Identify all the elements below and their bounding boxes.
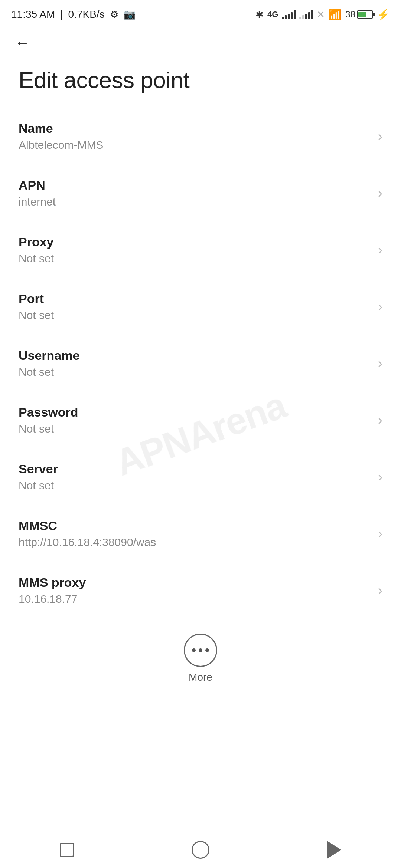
settings-item-proxy[interactable]: Proxy Not set › xyxy=(0,221,401,278)
status-right: ✱ 4G ✕ 📶 38 ⚡ xyxy=(255,9,390,21)
dot-2 xyxy=(199,648,202,652)
chevron-mms-proxy: › xyxy=(378,583,382,598)
chevron-name: › xyxy=(378,129,382,144)
settings-item-name[interactable]: Name Albtelecom-MMS › xyxy=(0,108,401,165)
settings-value-name: Albtelecom-MMS xyxy=(19,139,371,151)
settings-label-mms-proxy: MMS proxy xyxy=(19,575,371,590)
settings-label-apn: APN xyxy=(19,178,371,193)
battery-icon xyxy=(357,10,373,19)
settings-label-mmsc: MMSC xyxy=(19,519,371,533)
settings-label-server: Server xyxy=(19,462,371,476)
status-left: 11:35 AM | 0.7KB/s ⚙ 📷 xyxy=(11,9,136,20)
signal-bars-1 xyxy=(282,10,296,19)
settings-value-port: Not set xyxy=(19,309,371,322)
chevron-port: › xyxy=(378,299,382,315)
dot-3 xyxy=(205,648,209,652)
chevron-mmsc: › xyxy=(378,526,382,542)
settings-label-name: Name xyxy=(19,121,371,136)
speed-text: 0.7KB/s xyxy=(68,9,105,20)
battery-container: 38 xyxy=(345,9,373,20)
more-label: More xyxy=(189,671,212,683)
settings-item-mmsc-content: MMSC http://10.16.18.4:38090/was xyxy=(19,519,371,549)
settings-item-password-content: Password Not set xyxy=(19,405,371,435)
settings-label-port: Port xyxy=(19,292,371,306)
back-arrow-icon: ← xyxy=(15,35,30,50)
settings-value-password: Not set xyxy=(19,423,371,435)
chevron-username: › xyxy=(378,356,382,371)
home-icon xyxy=(192,841,209,859)
more-dots xyxy=(192,648,209,652)
settings-label-password: Password xyxy=(19,405,371,420)
settings-item-server-content: Server Not set xyxy=(19,462,371,492)
settings-item-password[interactable]: Password Not set › xyxy=(0,392,401,448)
settings-label-proxy: Proxy xyxy=(19,235,371,249)
recent-apps-icon xyxy=(60,843,74,857)
bluetooth-icon: ✱ xyxy=(255,9,264,20)
battery-percent: 38 xyxy=(345,9,355,20)
back-nav-icon xyxy=(327,841,341,859)
page-title: Edit access point xyxy=(0,59,401,108)
chevron-server: › xyxy=(378,469,382,485)
signal-bars-2 xyxy=(299,10,313,19)
settings-item-mms-proxy[interactable]: MMS proxy 10.16.18.77 › xyxy=(0,562,401,619)
wifi-icon: 📶 xyxy=(329,9,342,21)
settings-icon: ⚙ xyxy=(110,9,118,20)
more-button[interactable]: More xyxy=(0,619,401,691)
more-circle-icon xyxy=(184,634,217,667)
dot-1 xyxy=(192,648,196,652)
settings-list: Name Albtelecom-MMS › APN internet › Pro… xyxy=(0,108,401,619)
settings-item-apn-content: APN internet xyxy=(19,178,371,208)
settings-item-mms-proxy-content: MMS proxy 10.16.18.77 xyxy=(19,575,371,605)
settings-value-mms-proxy: 10.16.18.77 xyxy=(19,593,371,605)
settings-item-server[interactable]: Server Not set › xyxy=(0,448,401,505)
settings-value-mmsc: http://10.16.18.4:38090/was xyxy=(19,536,371,549)
time-text: 11:35 AM xyxy=(11,9,55,20)
bottom-nav xyxy=(0,831,401,868)
status-bar: 11:35 AM | 0.7KB/s ⚙ 📷 ✱ 4G ✕ 📶 38 xyxy=(0,0,401,26)
recent-apps-button[interactable] xyxy=(45,835,89,865)
settings-value-proxy: Not set xyxy=(19,252,371,265)
divider: | xyxy=(60,9,63,20)
settings-item-username-content: Username Not set xyxy=(19,348,371,378)
settings-item-apn[interactable]: APN internet › xyxy=(0,165,401,221)
charging-icon: ⚡ xyxy=(377,9,390,21)
settings-item-mmsc[interactable]: MMSC http://10.16.18.4:38090/was › xyxy=(0,505,401,562)
chevron-proxy: › xyxy=(378,242,382,258)
back-button[interactable]: ← xyxy=(11,32,33,54)
no-signal-icon: ✕ xyxy=(317,9,325,20)
settings-value-username: Not set xyxy=(19,366,371,378)
home-button[interactable] xyxy=(178,835,223,865)
chevron-password: › xyxy=(378,412,382,428)
settings-item-name-content: Name Albtelecom-MMS xyxy=(19,121,371,151)
toolbar: ← xyxy=(0,26,401,59)
settings-item-proxy-content: Proxy Not set xyxy=(19,235,371,265)
video-icon: 📷 xyxy=(124,9,136,20)
settings-item-port-content: Port Not set xyxy=(19,292,371,322)
chevron-apn: › xyxy=(378,185,382,201)
settings-value-server: Not set xyxy=(19,479,371,492)
settings-value-apn: internet xyxy=(19,195,371,208)
settings-item-port[interactable]: Port Not set › xyxy=(0,278,401,335)
settings-item-username[interactable]: Username Not set › xyxy=(0,335,401,392)
back-nav-button[interactable] xyxy=(312,835,356,865)
network-4g: 4G xyxy=(267,10,278,19)
settings-label-username: Username xyxy=(19,348,371,363)
